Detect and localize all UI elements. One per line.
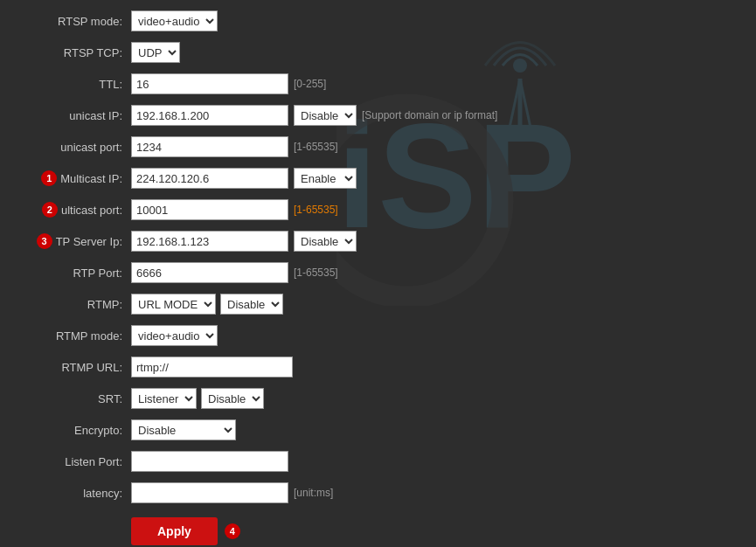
latency-label: latency: (17, 487, 131, 500)
multicast-ip-enable-select[interactable]: Enable Disable (294, 168, 357, 189)
listen-port-input[interactable] (131, 451, 288, 472)
form-container: RTSP mode: video+audio video only audio … (0, 0, 756, 547)
multicast-port-row: 2 ulticast port: [1-65535] (17, 197, 739, 222)
multicast-port-label: 2 ulticast port: (17, 202, 131, 218)
latency-row: latency: [unit:ms] (17, 481, 739, 505)
encrypto-label: Encrypto: (17, 424, 131, 437)
rtsp-mode-select[interactable]: video+audio video only audio only (131, 10, 218, 31)
unicast-ip-input[interactable] (131, 105, 288, 126)
ttl-row: TTL: [0-255] (17, 72, 739, 96)
rtmp-label: RTMP: (17, 298, 131, 311)
unicast-ip-hint: [Support domain or ip format] (362, 109, 497, 121)
ttl-input[interactable] (131, 73, 288, 94)
listen-port-row: Listen Port: (17, 449, 739, 474)
srt-enable-select[interactable]: Disable Enable (201, 388, 264, 409)
rtsp-tcp-select[interactable]: UDP TCP (131, 42, 180, 63)
unicast-port-hint: [1-65535] (294, 141, 338, 153)
rtmp-controls: URL MODE KEY MODE Disable Enable (131, 294, 283, 315)
rtmp-url-input[interactable] (131, 357, 293, 377)
multicast-ip-input[interactable] (131, 168, 288, 189)
unicast-port-input[interactable] (131, 136, 288, 157)
rtsp-mode-row: RTSP mode: video+audio video only audio … (17, 9, 739, 33)
unicast-port-label: unicast port: (17, 141, 131, 154)
latency-hint: [unit:ms] (294, 487, 333, 499)
rtmp-mode-label: RTMP mode: (17, 329, 131, 343)
rtmp-enable-select[interactable]: Disable Enable (220, 294, 283, 315)
encrypto-row: Encrypto: Disable Enable AES-128 AES-256 (17, 418, 739, 442)
srt-label: SRT: (17, 392, 131, 405)
rtp-server-ip-enable-select[interactable]: Disable Enable (294, 231, 357, 252)
listen-port-label: Listen Port: (17, 455, 131, 468)
rtmp-mode-row: RTMP mode: video+audio video only audio … (17, 323, 739, 348)
rtsp-tcp-label: RTSP TCP: (17, 46, 131, 59)
rtp-port-row: RTP Port: [1-65535] (17, 260, 739, 285)
rtsp-mode-controls: video+audio video only audio only (131, 10, 218, 31)
rtp-server-ip-row: 3 TP Server Ip: Disable Enable (17, 229, 739, 253)
rtsp-tcp-controls: UDP TCP (131, 42, 180, 63)
ttl-label: TTL: (17, 78, 131, 91)
srt-row: SRT: Listener Caller Disable Enable (17, 386, 739, 411)
multicast-port-input[interactable] (131, 199, 288, 220)
rtp-server-ip-badge: 3 (37, 233, 52, 249)
multicast-ip-badge: 1 (41, 170, 57, 186)
multicast-port-hint: [1-65535] (294, 204, 338, 216)
srt-controls: Listener Caller Disable Enable (131, 388, 264, 409)
rtsp-tcp-row: RTSP TCP: UDP TCP (17, 40, 739, 65)
encrypto-select[interactable]: Disable Enable AES-128 AES-256 (131, 419, 236, 440)
rtmp-mode-audio-select[interactable]: video+audio video only audio only (131, 325, 218, 346)
rtp-server-ip-label: 3 TP Server Ip: (17, 233, 131, 249)
rtmp-row: RTMP: URL MODE KEY MODE Disable Enable (17, 292, 739, 316)
rtmp-mode-select[interactable]: URL MODE KEY MODE (131, 294, 216, 315)
rtmp-url-label: RTMP URL: (17, 361, 131, 374)
rtsp-mode-label: RTSP mode: (17, 15, 131, 28)
rtp-port-hint: [1-65535] (294, 267, 338, 279)
apply-badge: 4 (225, 523, 240, 539)
apply-row: Apply 4 (17, 517, 739, 545)
unicast-ip-row: unicast IP: Disable Enable [Support doma… (17, 103, 739, 128)
ttl-hint: [0-255] (294, 78, 326, 90)
multicast-ip-row: 1 Multicast IP: Enable Disable (17, 166, 739, 190)
srt-mode-select[interactable]: Listener Caller (131, 388, 197, 409)
rtp-port-input[interactable] (131, 262, 288, 283)
multicast-ip-label: 1 Multicast IP: (17, 170, 131, 186)
apply-button[interactable]: Apply (131, 517, 218, 545)
latency-input[interactable] (131, 482, 288, 503)
unicast-ip-label: unicast IP: (17, 109, 131, 122)
multicast-port-badge: 2 (42, 202, 58, 218)
unicast-port-row: unicast port: [1-65535] (17, 135, 739, 159)
rtmp-url-row: RTMP URL: (17, 355, 739, 379)
rtp-server-ip-input[interactable] (131, 231, 288, 252)
unicast-ip-enable-select[interactable]: Disable Enable (294, 105, 357, 126)
rtp-port-label: RTP Port: (17, 267, 131, 280)
